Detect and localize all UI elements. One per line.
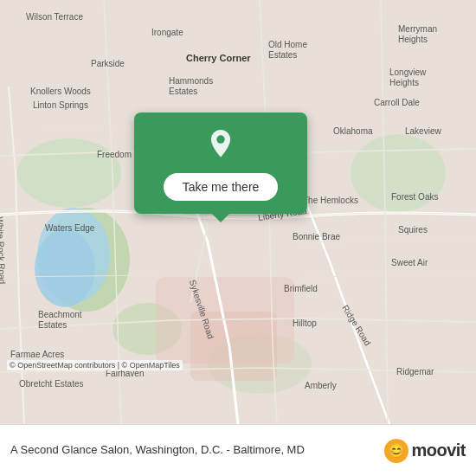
svg-point-4 bbox=[351, 134, 446, 212]
moovit-logo: 😊 moovit bbox=[384, 439, 466, 463]
info-bar: A Second Glance Salon, Washington, D.C. … bbox=[0, 424, 476, 476]
moovit-brand-text: moovit bbox=[411, 441, 466, 460]
take-me-there-button[interactable]: Take me there bbox=[164, 173, 279, 201]
svg-point-1 bbox=[17, 138, 121, 208]
location-info-text: A Second Glance Salon, Washington, D.C. … bbox=[10, 443, 376, 458]
svg-point-7 bbox=[35, 229, 95, 307]
svg-rect-9 bbox=[190, 312, 277, 381]
location-pin-icon bbox=[204, 130, 237, 163]
map-attribution: © OpenStreetMap contributors | © OpenMap… bbox=[7, 360, 183, 370]
map-container: Wilson Terrace Irongate Cherry Corner Ol… bbox=[0, 0, 476, 424]
moovit-face-icon: 😊 bbox=[384, 439, 408, 463]
popup-card: Take me there bbox=[134, 113, 307, 214]
svg-point-10 bbox=[216, 135, 225, 144]
